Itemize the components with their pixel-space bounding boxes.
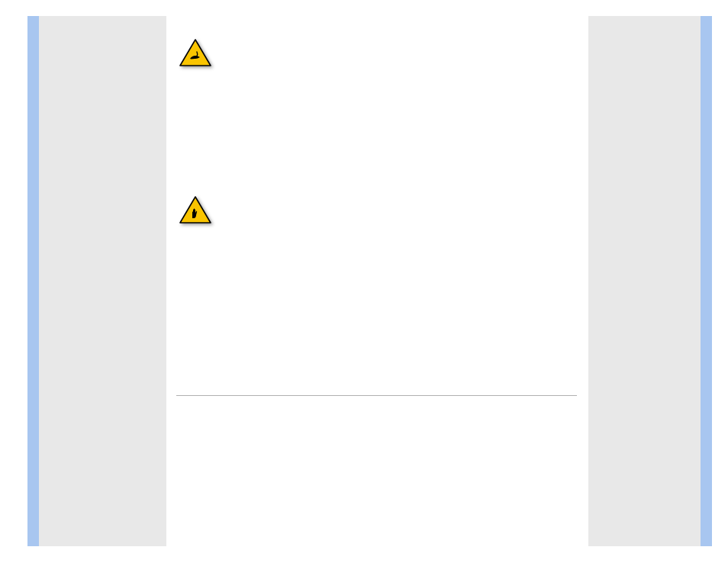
blue-strip-right — [701, 16, 712, 546]
stop-warning-icon — [179, 195, 212, 224]
blue-strip-left — [27, 16, 39, 546]
caution-warning-icon — [179, 38, 212, 67]
svg-marker-0 — [180, 40, 211, 66]
grey-sidebar-right — [588, 16, 701, 546]
main-content-area — [166, 16, 588, 546]
section-divider — [176, 395, 577, 396]
grey-sidebar-left — [39, 16, 166, 546]
document-page — [0, 0, 728, 563]
